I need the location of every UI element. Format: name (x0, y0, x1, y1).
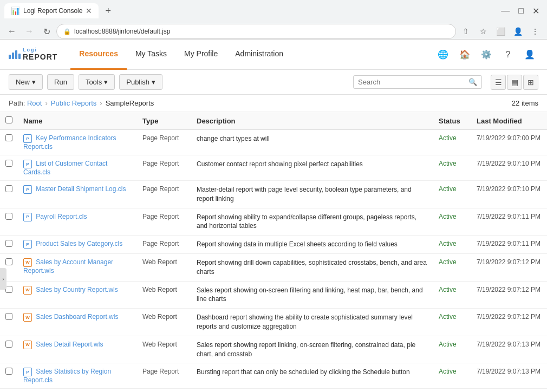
status-badge: Active (439, 368, 457, 375)
status-badge: Active (439, 286, 457, 293)
row-checkbox[interactable] (5, 185, 12, 192)
nav-administration[interactable]: Administration (226, 40, 292, 70)
col-header-type[interactable]: Type (137, 112, 191, 130)
new-button[interactable]: New ▾ (9, 74, 43, 90)
report-name-link[interactable]: Master Detail Shipment Log.cls (36, 185, 126, 193)
report-table-container: Name Type Description Status Last Modifi… (0, 112, 547, 392)
breadcrumb-public-reports[interactable]: Public Reports (51, 99, 97, 107)
report-name-link[interactable]: Key Performance Indicators Report.cls (23, 134, 116, 151)
window-maximize-button[interactable]: □ (515, 5, 527, 17)
row-status-cell: Active (433, 253, 471, 281)
share-button[interactable]: ⇧ (458, 24, 473, 39)
toolbar: New ▾ Run Tools ▾ Publish ▾ 🔍 ☰ ▤ ⊞ (0, 70, 547, 95)
left-panel-toggle[interactable]: › (0, 268, 6, 290)
report-table: Name Type Description Status Last Modifi… (0, 112, 547, 392)
report-name-link[interactable]: List of Customer Contact Cards.cls (23, 160, 107, 176)
profile-button[interactable]: 👤 (510, 24, 525, 39)
report-name-link[interactable]: Sales Dashboard Report.wls (36, 313, 118, 321)
row-checkbox[interactable] (5, 341, 12, 348)
row-checkbox[interactable] (5, 213, 12, 220)
col-header-desc[interactable]: Description (191, 112, 433, 130)
status-badge: Active (439, 213, 457, 220)
row-desc-cell: Dashboard report showing the ability to … (191, 309, 433, 336)
user-button[interactable]: 👤 (521, 46, 538, 63)
address-bar[interactable]: 🔒 localhost:8888/jinfonet/default.jsp (56, 24, 456, 39)
row-checkbox[interactable] (5, 160, 12, 167)
home-button[interactable]: 🏠 (456, 46, 473, 63)
file-type-icon: W (23, 341, 32, 349)
split-button[interactable]: ⬜ (493, 24, 508, 39)
report-name-link[interactable]: Payroll Report.cls (36, 213, 87, 220)
publish-button[interactable]: Publish ▾ (119, 74, 162, 90)
row-status-cell: Active (433, 336, 471, 363)
tab-icon: 📊 (11, 6, 20, 15)
run-button[interactable]: Run (47, 74, 74, 90)
nav-resources[interactable]: Resources (70, 40, 127, 70)
status-badge: Active (439, 134, 457, 142)
col-header-name[interactable]: Name (18, 112, 137, 130)
col-header-status[interactable]: Status (433, 112, 471, 130)
row-type-cell: Web Report (137, 253, 191, 281)
report-type: Page Report (142, 185, 179, 193)
browser-tab[interactable]: 📊 Logi Report Console ✕ (4, 3, 99, 18)
row-modified-cell: 7/19/2022 9:07:12 PM (471, 309, 547, 336)
row-desc-cell: Report showing drill down capabilities, … (191, 253, 433, 281)
window-minimize-button[interactable]: — (498, 5, 513, 17)
forward-button[interactable]: → (22, 24, 37, 39)
row-checkbox[interactable] (5, 368, 12, 375)
search-box: 🔍 (353, 75, 482, 89)
report-name-link[interactable]: Sales Detail Report.wls (36, 341, 103, 348)
row-checkbox-cell (0, 155, 18, 181)
report-name-link[interactable]: Sales by Country Report.wls (36, 286, 118, 293)
row-checkbox[interactable] (5, 258, 12, 265)
nav-my-tasks[interactable]: My Tasks (127, 40, 175, 70)
back-button[interactable]: ← (4, 24, 19, 39)
reload-button[interactable]: ↻ (39, 24, 54, 39)
row-checkbox[interactable] (5, 240, 12, 247)
header-icons: 🌐 🏠 ⚙️ ? 👤 (434, 46, 538, 63)
row-desc-cell: Bursting report that can only be schedul… (191, 363, 433, 389)
table-row: W Sales by Country Report.wls Web Report… (0, 281, 547, 309)
grid-view-button[interactable]: ⊞ (523, 75, 538, 90)
detail-view-button[interactable]: ▤ (507, 75, 522, 90)
new-tab-button[interactable]: + (103, 5, 113, 17)
list-view-button[interactable]: ☰ (491, 75, 506, 90)
global-search-button[interactable]: 🌐 (434, 46, 452, 63)
view-toggle: ☰ ▤ ⊞ (491, 75, 538, 90)
tab-title: Logi Report Console (23, 7, 82, 15)
row-checkbox-cell (0, 389, 18, 392)
table-row: P Payroll Report.cls Page Report Report … (0, 208, 547, 236)
row-name-cell: P Key Performance Indicators Report.cls (18, 130, 137, 155)
report-name-link[interactable]: Product Sales by Category.cls (36, 240, 122, 247)
app-header: Logi REPORT Resources My Tasks My Profil… (0, 40, 547, 70)
breadcrumb-root[interactable]: Root (27, 99, 42, 107)
row-checkbox[interactable] (5, 134, 12, 141)
row-status-cell: Active (433, 155, 471, 181)
nav-my-profile[interactable]: My Profile (175, 40, 226, 70)
row-desc-cell: Master-detail report with page level sec… (191, 181, 433, 208)
search-input[interactable] (358, 78, 466, 86)
row-desc-cell: Report showing ability to expand/collaps… (191, 208, 433, 236)
window-close-button[interactable]: ✕ (529, 5, 543, 17)
row-type-cell: Page Report (137, 208, 191, 236)
table-row: P Key Performance Indicators Report.cls … (0, 130, 547, 155)
report-description: Bursting report that can only be schedul… (197, 368, 410, 376)
row-checkbox[interactable] (5, 313, 12, 320)
row-desc-cell: Report showing data in multiple Excel sh… (191, 236, 433, 254)
settings-button[interactable]: ⚙️ (478, 46, 495, 63)
select-all-checkbox[interactable] (5, 116, 12, 123)
last-modified: 7/19/2022 9:07:12 PM (477, 258, 541, 266)
menu-button[interactable]: ⋮ (528, 24, 543, 39)
row-name-cell: P Payroll Report.cls (18, 208, 137, 236)
row-name-cell: W Sales Dashboard Report.wls (18, 309, 137, 336)
tab-close-button[interactable]: ✕ (86, 6, 92, 15)
row-desc-cell: Sales report showing on-screen filtering… (191, 281, 433, 309)
col-header-modified[interactable]: Last Modified (471, 112, 547, 130)
report-name-link[interactable]: Sales by Account Manager Report.wls (23, 258, 113, 275)
row-type-cell: Page Report (137, 181, 191, 208)
bookmark-button[interactable]: ☆ (476, 24, 491, 39)
row-name-cell: W Sales by Country Report.wls (18, 281, 137, 309)
tools-button[interactable]: Tools ▾ (79, 74, 115, 90)
report-name-link[interactable]: Sales Statistics by Region Report.cls (23, 368, 111, 384)
help-button[interactable]: ? (499, 46, 517, 63)
